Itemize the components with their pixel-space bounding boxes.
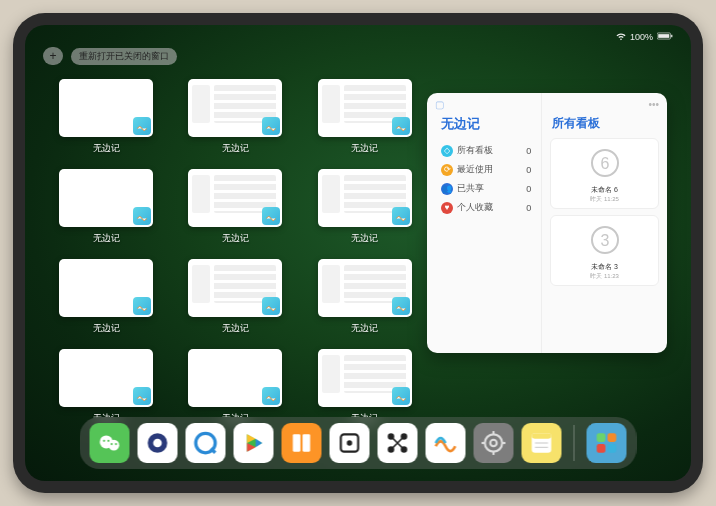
board-subtitle: 昨天 11:25 [590,195,619,204]
freeform-app-icon [262,297,280,315]
freeform-app-icon [262,207,280,225]
sidebar-item-icon: ⟳ [441,164,453,176]
app-window-label: 无边记 [351,142,378,155]
board-card[interactable]: 6未命名 6昨天 11:25 [550,138,659,209]
svg-text:3: 3 [600,232,609,249]
app-window-label: 无边记 [222,322,249,335]
svg-point-12 [115,443,117,445]
app-window-label: 无边记 [351,322,378,335]
app-window[interactable]: 无边记 [188,169,282,245]
window-thumbnail [59,79,153,137]
panel-left-title: 无边记 [441,115,533,133]
sidebar-item[interactable]: ⟳最近使用0 [439,160,533,179]
svg-point-29 [490,440,497,447]
apps-icon[interactable] [587,423,627,463]
sidebar-item-count: 0 [526,165,531,175]
quark-icon[interactable] [138,423,178,463]
sidebar-item[interactable]: ♥个人收藏0 [439,198,533,217]
status-bar: 100% [25,29,691,45]
freeform-app-icon [133,207,151,225]
reopen-closed-window-button[interactable]: 重新打开已关闭的窗口 [71,48,177,65]
dice-icon[interactable] [330,423,370,463]
app-window[interactable]: 无边记 [318,79,412,155]
freeform-app-icon [392,387,410,405]
sidebar-item-label: 个人收藏 [457,201,493,214]
panel-right-title: 所有看板 [552,115,659,132]
svg-point-10 [107,440,109,442]
app-window[interactable]: 无边记 [188,79,282,155]
sidebar-item-label: 最近使用 [457,163,493,176]
window-thumbnail [318,349,412,407]
sidebar-item-count: 0 [526,184,531,194]
board-thumbnail: 3 [585,220,625,260]
sidebar-item-icon: ◇ [441,145,453,157]
notes-icon[interactable] [522,423,562,463]
app-window[interactable]: 无边记 [59,169,153,245]
sidebar-item-icon: ♥ [441,202,453,214]
svg-rect-35 [532,433,552,438]
app-window-label: 无边记 [222,232,249,245]
window-thumbnail [188,259,282,317]
freeform-icon[interactable] [426,423,466,463]
freeform-app-icon [133,117,151,135]
window-thumbnail [188,349,282,407]
nodes-icon[interactable] [378,423,418,463]
new-window-button[interactable]: + [43,47,63,65]
sidebar-item[interactable]: 👥已共享0 [439,179,533,198]
window-thumbnail [188,79,282,137]
app-window[interactable]: 无边记 [318,259,412,335]
board-name: 未命名 3 [591,262,618,272]
board-card[interactable]: 3未命名 3昨天 11:23 [550,215,659,286]
board-name: 未命名 6 [591,185,618,195]
app-window[interactable]: 无边记 [188,259,282,335]
app-window[interactable]: 无边记 [59,79,153,155]
play-icon[interactable] [234,423,274,463]
svg-rect-1 [658,34,669,38]
window-thumbnail [318,79,412,137]
window-control-icon: ▢ [435,99,444,110]
app-overview-grid: 无边记无边记无边记无边记无边记无边记无边记无边记无边记无边记无边记无边记 [59,79,419,425]
freeform-app-icon [133,387,151,405]
svg-rect-41 [608,444,617,453]
window-thumbnail [318,259,412,317]
wechat-icon[interactable] [90,423,130,463]
board-thumbnail: 6 [585,143,625,183]
wifi-icon [616,31,626,43]
sidebar-item-count: 0 [526,146,531,156]
books-icon[interactable] [282,423,322,463]
svg-rect-2 [671,35,672,37]
sidebar-item-label: 所有看板 [457,144,493,157]
app-window[interactable]: 无边记 [318,169,412,245]
app-window-label: 无边记 [351,232,378,245]
board-subtitle: 昨天 11:23 [590,272,619,281]
ipad-frame: 100% + 重新打开已关闭的窗口 无边记无边记无边记无边记无边记无边记无边记无… [13,13,703,493]
sidebar-item-count: 0 [526,203,531,213]
menu-dots-icon[interactable]: ••• [648,99,659,110]
svg-rect-38 [597,433,606,442]
window-thumbnail [59,259,153,317]
svg-point-8 [108,440,119,451]
sidebar-item[interactable]: ◇所有看板0 [439,141,533,160]
sidebar-item-label: 已共享 [457,182,484,195]
app-window-label: 无边记 [93,142,120,155]
app-window[interactable]: 无边记 [318,349,412,425]
freeform-panel[interactable]: ▢ ••• 无边记 ◇所有看板0⟳最近使用0👥已共享0♥个人收藏0 所有看板 6… [427,93,667,353]
freeform-app-icon [392,207,410,225]
plus-icon: + [49,49,56,63]
settings-icon[interactable] [474,423,514,463]
window-thumbnail [59,169,153,227]
svg-point-11 [111,443,113,445]
svg-rect-39 [608,433,617,442]
browser-icon[interactable] [186,423,226,463]
svg-rect-21 [303,434,311,451]
app-window[interactable]: 无边记 [188,349,282,425]
panel-content: 所有看板 6未命名 6昨天 11:253未命名 3昨天 11:23 [542,93,667,353]
svg-point-23 [347,440,352,445]
panel-sidebar: 无边记 ◇所有看板0⟳最近使用0👥已共享0♥个人收藏0 [427,93,542,353]
app-window[interactable]: 无边记 [59,259,153,335]
battery-icon [657,31,673,43]
dock-divider [574,425,575,461]
sidebar-item-icon: 👥 [441,183,453,195]
app-window[interactable]: 无边记 [59,349,153,425]
window-thumbnail [318,169,412,227]
